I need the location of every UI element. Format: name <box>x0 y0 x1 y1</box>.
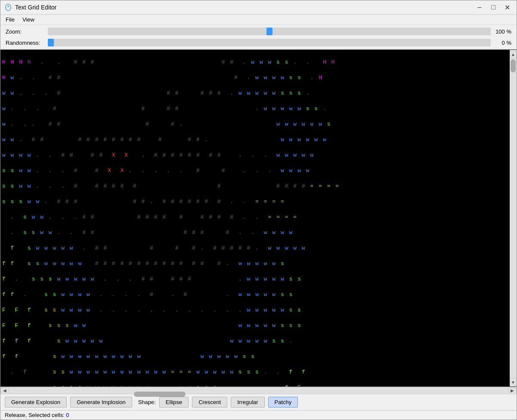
zoom-value: 100 % <box>494 28 511 35</box>
menu-view[interactable]: View <box>19 15 38 24</box>
randomness-row: Randomness: 0 % <box>6 39 511 46</box>
vertical-scrollbar[interactable]: ▲ ▼ <box>510 50 517 386</box>
shape-irregular-button[interactable]: Irregular <box>231 397 264 408</box>
bottom-bar: Generate Explosion Generate Implosion Sh… <box>0 394 517 410</box>
menu-file[interactable]: File <box>2 15 18 24</box>
close-button[interactable]: ✕ <box>501 3 513 12</box>
status-bar: Release, Selected cells: 0 <box>0 410 517 420</box>
app-title: Text Grid Editor <box>15 4 56 11</box>
shape-crescent-button[interactable]: Crescent <box>192 397 227 408</box>
title-buttons: – □ ✕ <box>474 3 513 12</box>
randomness-thumb[interactable] <box>48 39 54 46</box>
controls-panel: Zoom: 100 % Randomness: 0 % <box>0 25 517 49</box>
zoom-row: Zoom: 100 % <box>6 28 511 35</box>
zoom-thumb[interactable] <box>266 28 272 35</box>
generate-implosion-button[interactable]: Generate Implosion <box>70 397 132 408</box>
vertical-scroll-thumb[interactable] <box>511 59 516 72</box>
menu-bar: File View <box>0 15 517 25</box>
scroll-up-button[interactable]: ▲ <box>510 50 517 59</box>
status-text: Release, Selected cells: <box>5 412 66 418</box>
grid-canvas: H H H h . . # # # # # . w w w s s . . H … <box>0 50 517 386</box>
shape-label: Shape: <box>138 399 156 405</box>
shape-ellipse-button[interactable]: Ellipse <box>159 397 189 408</box>
zoom-slider[interactable] <box>48 28 491 35</box>
randomness-label: Randomness: <box>6 40 44 46</box>
scroll-right-button[interactable]: ▶ <box>508 387 517 394</box>
maximize-button[interactable]: □ <box>487 3 499 12</box>
status-count: 0 <box>66 412 69 418</box>
horizontal-scrollbar[interactable]: ◀ ▶ <box>0 387 517 394</box>
scroll-down-button[interactable]: ▼ <box>510 378 517 386</box>
app-icon <box>4 3 12 12</box>
horizontal-scroll-thumb[interactable] <box>134 392 186 397</box>
minimize-button[interactable]: – <box>474 3 486 12</box>
title-left: Text Grid Editor <box>4 3 56 12</box>
randomness-slider[interactable] <box>48 39 491 46</box>
title-bar: Text Grid Editor – □ ✕ <box>0 0 517 15</box>
scroll-left-button[interactable]: ◀ <box>0 387 9 394</box>
randomness-value: 0 % <box>494 40 511 46</box>
generate-explosion-button[interactable]: Generate Explosion <box>5 397 67 408</box>
shape-patchy-button[interactable]: Patchy <box>268 397 298 408</box>
grid-container[interactable]: H H H h . . # # # # # . w w w s s . . H … <box>0 49 517 387</box>
zoom-label: Zoom: <box>6 28 44 35</box>
